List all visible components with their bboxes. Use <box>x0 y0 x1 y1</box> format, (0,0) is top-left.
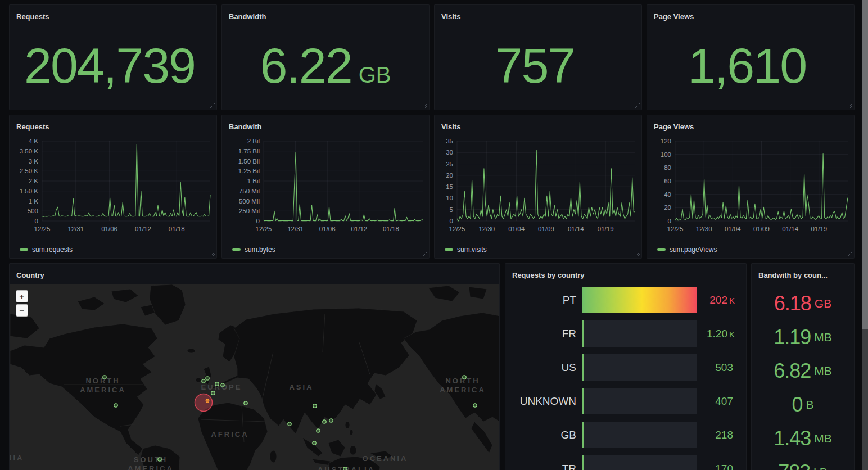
map-data-marker[interactable] <box>313 441 316 445</box>
map-region-label: ASIA <box>289 383 313 391</box>
map-region-label: AMERICA <box>440 386 486 394</box>
map-data-marker[interactable] <box>343 467 347 470</box>
map-highlight-dot[interactable] <box>206 399 209 403</box>
chart-plot[interactable]: 05001 K1.50 K2 K2.50 K3 K3.50 K4 K12/251… <box>10 133 216 247</box>
legend-item[interactable]: sum.visits <box>445 246 641 254</box>
map-data-marker[interactable] <box>463 376 466 379</box>
map-data-marker[interactable] <box>211 391 215 395</box>
map-data-marker[interactable] <box>288 422 291 426</box>
bar-gauge-row: TR 170 <box>510 455 746 470</box>
x-tick-label: 01/04 <box>508 225 525 232</box>
map-data-marker[interactable] <box>473 404 477 407</box>
panel-title: Requests <box>10 5 216 23</box>
map-data-marker[interactable] <box>323 420 326 423</box>
legend-label: sum.pageViews <box>670 246 717 254</box>
legend-item[interactable]: sum.pageViews <box>657 246 854 254</box>
map-canvas[interactable]: NORTHAMERICAEUROPEASIAAFRICANORTHAMERICA… <box>10 284 500 470</box>
bar-value: 1.20K <box>697 328 746 340</box>
stat-cell: 1.19MB <box>752 320 854 354</box>
y-tick-label: 2.50 K <box>20 168 39 174</box>
panel-visits-chart: Visits 0510152025303512/2512/3001/0401/0… <box>434 115 642 259</box>
panel-country-map: Country + − <box>9 263 500 470</box>
x-tick-label: 01/14 <box>782 225 798 232</box>
scrollbar[interactable] <box>862 0 868 470</box>
map-region-label: AMERICA <box>80 386 126 394</box>
y-tick-label: 500 <box>28 207 38 214</box>
panel-bandwidth-by-country: Bandwith by coun... 6.18GB 1.19MB 6.82MB… <box>751 263 855 470</box>
resize-handle[interactable] <box>847 251 852 256</box>
stat-cell: 0B <box>752 388 854 422</box>
map-data-marker[interactable] <box>313 404 317 408</box>
legend-item[interactable]: sum.bytes <box>232 246 429 254</box>
x-tick-label: 12/25 <box>34 225 51 232</box>
bar-gauge-row: US 503 <box>510 354 746 381</box>
y-tick-label: 40 <box>664 191 671 198</box>
panel-requests-by-country: Requests by country PT 202K FR 1.20K US … <box>505 263 747 470</box>
y-tick-label: 2 Bil <box>247 138 260 144</box>
resize-handle[interactable] <box>422 102 427 108</box>
panel-bandwith-chart: Bandwith 0250 Mil500 Mil750 Mil1 Bil1.25… <box>221 115 430 259</box>
chart-plot[interactable]: 02040608010012012/2512/3001/0401/0901/14… <box>647 133 854 247</box>
y-tick-label: 30 <box>446 149 453 156</box>
map-data-marker[interactable] <box>317 429 320 432</box>
legend-swatch <box>232 248 241 251</box>
map-data-marker[interactable] <box>206 377 209 380</box>
map-data-marker[interactable] <box>244 401 247 405</box>
resize-handle[interactable] <box>209 251 215 256</box>
bar-gauge <box>582 455 697 470</box>
scrollbar-thumb[interactable] <box>862 0 868 329</box>
legend-label: sum.bytes <box>245 246 275 254</box>
world-map[interactable]: + − <box>10 284 499 470</box>
y-tick-label: 3.50 K <box>20 148 39 155</box>
resize-handle[interactable] <box>422 251 427 256</box>
y-tick-label: 1 K <box>29 198 39 205</box>
bar-gauge-row: GB 218 <box>510 422 746 448</box>
map-data-marker[interactable] <box>215 382 219 386</box>
map-data-marker[interactable] <box>114 404 117 407</box>
bar-value: 503 <box>697 361 746 374</box>
y-tick-label: 0 <box>668 218 671 224</box>
y-tick-label: 10 <box>446 195 453 201</box>
panel-title: Page Views <box>647 115 854 133</box>
panel-title: Bandwith <box>222 115 429 133</box>
panel-visits-stat: Visits 757 <box>434 4 642 110</box>
x-tick-label: 12/30 <box>696 225 712 232</box>
map-data-marker[interactable] <box>202 379 205 383</box>
stat-cell: 1.43MB <box>752 422 854 455</box>
map-data-marker[interactable] <box>329 419 333 422</box>
y-tick-label: 20 <box>664 204 671 211</box>
legend-item[interactable]: sum.requests <box>20 246 216 254</box>
x-tick-label: 12/30 <box>478 225 495 232</box>
map-highlight-circle[interactable] <box>195 394 213 412</box>
y-tick-label: 80 <box>664 164 671 171</box>
bar-gauge-row: UNKNOWN 407 <box>510 388 746 414</box>
x-tick-label: 12/31 <box>67 225 84 232</box>
map-zoom-out-button[interactable]: − <box>16 304 28 317</box>
chart-plot[interactable]: 0510152025303512/2512/3001/0401/0901/140… <box>435 133 641 247</box>
y-tick-label: 20 <box>446 172 453 179</box>
map-data-marker[interactable] <box>103 376 106 379</box>
resize-handle[interactable] <box>634 251 640 256</box>
stat-cell: 6.82MB <box>752 354 854 388</box>
y-tick-label: 1 Bil <box>247 178 260 184</box>
panel-title: Visits <box>435 115 641 133</box>
panel-bandwidth-stat: Bandwidth 6.22GB <box>221 4 430 110</box>
bar-gauge <box>582 388 697 414</box>
y-tick-label: 4 K <box>29 138 39 144</box>
resize-handle[interactable] <box>847 102 852 108</box>
y-tick-label: 15 <box>446 183 453 190</box>
y-tick-label: 0 <box>256 218 260 224</box>
bar-gauge <box>582 320 697 347</box>
legend-swatch <box>657 248 666 251</box>
panel-title: Bandwidth <box>222 5 429 23</box>
map-data-marker[interactable] <box>158 458 161 461</box>
y-tick-label: 0 <box>450 218 453 224</box>
y-tick-label: 1.25 Bil <box>238 168 260 174</box>
resize-handle[interactable] <box>209 102 215 108</box>
chart-plot[interactable]: 0250 Mil500 Mil750 Mil1 Bil1.25 Bil1.50 … <box>222 133 429 247</box>
map-region-label: OCEANIA <box>10 454 24 462</box>
resize-handle[interactable] <box>634 102 640 108</box>
bar-gauge <box>582 287 697 313</box>
map-zoom-in-button[interactable]: + <box>16 290 28 302</box>
map-data-marker[interactable] <box>221 383 224 387</box>
